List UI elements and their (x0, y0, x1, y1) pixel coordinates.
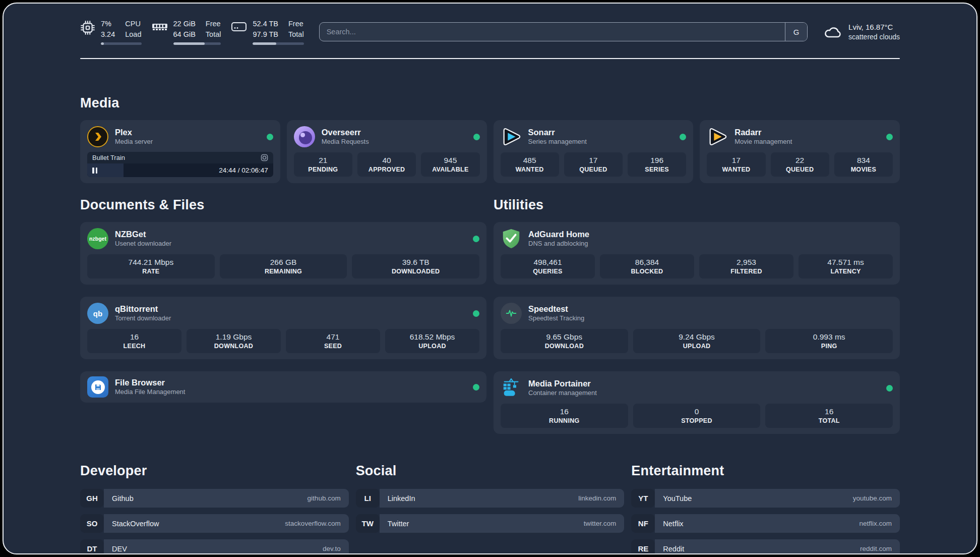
nzbget-app-link[interactable]: nzbget NZBGet Usenet downloader (87, 228, 479, 249)
section-developer: Developer GH Githubgithub.com SO StackOv… (80, 463, 349, 554)
sonarr-app-link[interactable]: Sonarr Series management (501, 126, 687, 147)
app-card-portainer: Media Portainer Container management 16R… (494, 371, 900, 434)
app-name: NZBGet (115, 229, 171, 240)
bookmark-link-twitter[interactable]: TW Twittertwitter.com (356, 514, 625, 533)
disk-free-label: Free (288, 19, 304, 29)
section-documents: Documents & Files nzbget NZBGet Usenet d… (80, 197, 486, 403)
app-name: qBittorrent (115, 304, 171, 314)
stat-filtered: 2,953FILTERED (699, 254, 793, 278)
app-desc: Speedtest Tracking (528, 314, 584, 323)
status-dot (886, 385, 893, 392)
overseerr-app-link[interactable]: Overseerr Media Requests (294, 126, 480, 147)
cpu-stat: 7% 3.24 CPU Load (80, 19, 142, 45)
radarr-app-link[interactable]: Radarr Movie management (707, 126, 893, 147)
app-desc: Media File Management (115, 388, 185, 397)
portainer-app-link[interactable]: Media Portainer Container management (501, 377, 893, 399)
stat-queued: 17QUEUED (564, 152, 623, 177)
app-desc: Series management (528, 138, 587, 146)
ram-stat: 22 GiB 64 GiB Free Total (152, 19, 221, 45)
status-dot (886, 134, 893, 140)
plex-app-link[interactable]: Plex Media server (87, 126, 273, 147)
app-desc: DNS and adblocking (528, 240, 589, 248)
ram-free-value: 22 GiB (173, 19, 196, 29)
disk-free-value: 52.4 TB (253, 19, 278, 29)
disk-progress-bar (253, 42, 303, 45)
bookmark-link-linkedin[interactable]: LI LinkedInlinkedin.com (356, 489, 625, 508)
status-dot (267, 134, 273, 140)
stat-remaining: 266 GBREMAINING (220, 254, 347, 278)
app-card-sonarr: Sonarr Series management 485WANTED 17QUE… (494, 120, 694, 183)
ram-progress-bar (173, 42, 221, 45)
bookmark-link-stackoverflow[interactable]: SO StackOverflowstackoverflow.com (80, 514, 349, 533)
plex-now-playing: Bullet Train 24:44 / 02:06:47 (87, 152, 273, 177)
app-card-qbittorrent: qb qBittorrent Torrent downloader 16LEEC… (80, 297, 486, 359)
cpu-load-value: 3.24 (101, 29, 115, 40)
stat-ping: 0.993 msPING (765, 329, 893, 353)
portainer-icon (501, 377, 522, 399)
stat-running: 16RUNNING (501, 404, 628, 428)
stat-total: 16TOTAL (765, 404, 893, 428)
sonarr-icon (501, 126, 522, 147)
ram-total-label: Total (206, 29, 221, 40)
bookmark-abbr: SO (80, 514, 104, 533)
weather-location-temp: Lviv, 16.87°C (848, 22, 900, 32)
status-dot (473, 134, 480, 140)
stat-download: 9.65 GbpsDOWNLOAD (501, 329, 628, 353)
app-desc: Usenet downloader (115, 240, 171, 248)
nzbget-icon: nzbget (87, 228, 108, 249)
filebrowser-app-link[interactable]: File Browser Media File Management (87, 376, 479, 398)
search-engine-button[interactable]: G (785, 23, 807, 41)
search-input[interactable] (320, 23, 785, 41)
bookmark-link-dev[interactable]: DT DEVdev.to (80, 539, 349, 554)
app-name: Overseerr (322, 127, 369, 138)
session-info-icon (261, 154, 268, 161)
bookmark-link-youtube[interactable]: YT YouTubeyoutube.com (631, 489, 900, 508)
playback-progress-bar: 24:44 / 02:06:47 (87, 163, 273, 177)
section-title-utilities: Utilities (494, 197, 900, 213)
status-dot (473, 310, 479, 317)
section-title-developer: Developer (80, 463, 349, 479)
stat-upload: 9.24 GbpsUPLOAD (633, 329, 761, 353)
stat-wanted: 485WANTED (501, 152, 559, 177)
section-entertainment: Entertainment YT YouTubeyoutube.com NF N… (631, 463, 900, 554)
stat-movies: 834MOVIES (834, 152, 893, 177)
speedtest-app-link[interactable]: Speedtest Speedtest Tracking (501, 303, 893, 324)
app-card-adguard: AdGuard Home DNS and adblocking 498,461Q… (494, 222, 900, 285)
app-card-nzbget: nzbget NZBGet Usenet downloader 744.21 M… (80, 222, 486, 285)
app-name: Radarr (734, 127, 792, 138)
cpu-percent: 7% (101, 19, 115, 29)
bookmark-link-netflix[interactable]: NF Netflixnetflix.com (631, 514, 900, 533)
pause-icon[interactable] (92, 168, 97, 174)
cpu-load-label: Load (125, 29, 141, 40)
bookmark-link-github[interactable]: GH Githubgithub.com (80, 489, 349, 508)
status-dot (473, 236, 479, 242)
bookmark-abbr: TW (356, 514, 380, 533)
app-desc: Media server (115, 138, 153, 146)
stat-series: 196SERIES (628, 152, 686, 177)
adguard-app-link[interactable]: AdGuard Home DNS and adblocking (501, 228, 893, 249)
app-name: Speedtest (528, 304, 584, 314)
bookmark-link-reddit[interactable]: RE Redditreddit.com (631, 539, 900, 554)
app-card-overseerr: Overseerr Media Requests 21PENDING 40APP… (287, 120, 487, 183)
app-name: AdGuard Home (528, 229, 589, 240)
stat-latency: 47.571 msLATENCY (799, 254, 893, 278)
stat-rate: 744.21 MbpsRATE (87, 254, 215, 278)
app-name: Sonarr (528, 127, 587, 138)
section-title-entertainment: Entertainment (631, 463, 900, 479)
stat-blocked: 86,384BLOCKED (600, 254, 694, 278)
cpu-progress-bar (101, 42, 142, 45)
disk-total-value: 97.9 TB (253, 29, 278, 40)
qbittorrent-app-link[interactable]: qb qBittorrent Torrent downloader (87, 303, 479, 324)
qbittorrent-icon: qb (87, 303, 108, 324)
section-utilities: Utilities (494, 197, 900, 434)
dashboard-screenshot: 7% 3.24 CPU Load (0, 0, 980, 557)
stat-queries: 498,461QUERIES (501, 254, 595, 278)
stat-downloaded: 39.6 TBDOWNLOADED (352, 254, 479, 278)
cpu-label: CPU (125, 19, 141, 29)
header-divider (80, 58, 900, 59)
adguard-icon (501, 228, 522, 249)
app-name: File Browser (115, 377, 185, 388)
speedtest-icon (501, 303, 522, 324)
cloud-icon (823, 24, 843, 40)
playback-time: 24:44 / 02:06:47 (219, 166, 268, 174)
